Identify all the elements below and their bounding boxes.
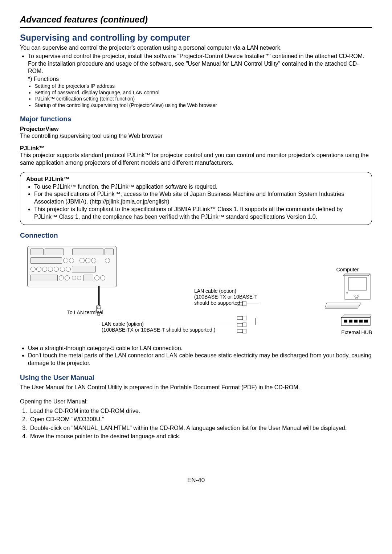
- text: (100BASE-TX or 10BASE-T should be suppor…: [102, 327, 215, 333]
- lan-cable-note-2: LAN cable (option) (100BASE-TX or 10BASE…: [194, 288, 257, 306]
- chapter-title: Advanced features (continued): [20, 15, 372, 25]
- svg-rect-6: [243, 323, 246, 327]
- function-item: Startup of the controlling /supervising …: [34, 102, 372, 109]
- section-heading: Supervising and controlling by computer: [20, 33, 372, 43]
- computer-label: Computer: [336, 267, 359, 272]
- text: (100BASE-TX or 10BASE-T: [194, 294, 257, 300]
- function-item: PJLink™ certification setting (telnet fu…: [34, 96, 372, 102]
- computer-icon: [325, 272, 372, 312]
- pjlink-heading: PJLink™: [20, 145, 372, 152]
- bullet-item: To supervise and control the projector, …: [28, 53, 372, 75]
- sub-heading-connection: Connection: [20, 231, 372, 239]
- svg-rect-26: [364, 320, 368, 323]
- svg-rect-22: [344, 320, 347, 323]
- hub-icon: [339, 314, 372, 328]
- rj45-icon: [237, 329, 246, 333]
- about-pjlink-box: About PJLink™ To use PJLink™ function, t…: [20, 172, 372, 225]
- connection-diagram: To LAN terminal LAN cable (option) (100B…: [20, 243, 372, 337]
- svg-rect-24: [354, 320, 358, 323]
- function-item: Setting of password, display language, a…: [34, 90, 372, 96]
- about-item: To use PJLink™ function, the PJLink™ app…: [34, 183, 366, 191]
- about-item: This projector is fully compliant to the…: [34, 206, 366, 221]
- about-pjlink-heading: About PJLink™: [26, 176, 366, 182]
- lan-cable-note-1: LAN cable (option) (100BASE-TX or 10BASE…: [102, 321, 215, 333]
- pjlink-text: This projector supports standard protoco…: [20, 152, 372, 167]
- svg-rect-23: [349, 320, 352, 323]
- svg-rect-8: [243, 329, 246, 333]
- projectorview-heading: ProjectorView: [20, 126, 372, 132]
- svg-rect-4: [243, 316, 246, 320]
- connection-note: Use a straight-through category-5 cable …: [28, 345, 372, 352]
- text: LAN cable (option): [102, 321, 144, 327]
- manual-intro: The User Manual for LAN Control Utility …: [20, 384, 372, 391]
- connection-note: Don't touch the metal parts of the LAN c…: [28, 352, 372, 367]
- to-lan-label: To LAN terminal: [67, 309, 103, 315]
- manual-step: Open CD-ROM "WD3300U.": [29, 415, 372, 423]
- svg-rect-25: [359, 320, 363, 323]
- svg-rect-3: [237, 317, 243, 320]
- manual-step: Double-click on "MANUAL_LAN.HTML" within…: [29, 424, 372, 432]
- svg-rect-5: [237, 323, 243, 326]
- manual-step: Load the CD-ROM into the CD-ROM drive.: [29, 407, 372, 415]
- projector-rear-panel: [27, 246, 117, 287]
- divider: [20, 27, 372, 28]
- sub-heading-manual: Using the User Manual: [20, 374, 372, 382]
- sub-heading-major: Major functions: [20, 115, 372, 123]
- functions-label: *) Functions: [28, 76, 372, 82]
- function-item: Setting of the projector's IP address: [34, 83, 372, 90]
- text: should be supported.): [194, 300, 243, 306]
- manual-opening: Opening the User Manual:: [20, 398, 372, 406]
- section-intro: You can supervise and control the projec…: [20, 44, 372, 52]
- svg-rect-12: [348, 278, 367, 290]
- manual-step: Move the mouse pointer to the desired la…: [29, 432, 372, 440]
- svg-rect-7: [237, 330, 243, 333]
- about-item: For the specifications of PJLink™, acces…: [34, 190, 366, 206]
- rj45-icon: [237, 323, 246, 327]
- projectorview-text: The controlling /supervising tool using …: [20, 132, 372, 140]
- rj45-icon: [237, 316, 246, 320]
- hub-label: External HUB: [341, 329, 372, 335]
- page-number: EN-40: [20, 477, 372, 484]
- text: LAN cable (option): [194, 288, 236, 294]
